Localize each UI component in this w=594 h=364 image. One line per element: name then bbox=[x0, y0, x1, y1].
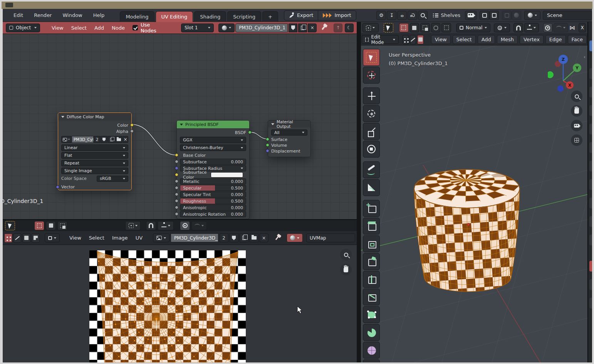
export-button[interactable]: Export bbox=[284, 11, 318, 20]
tool-poly-build[interactable] bbox=[363, 306, 380, 323]
bsdf-input-row[interactable]: Base Color bbox=[180, 152, 246, 158]
workspace-tab[interactable]: UV Editing bbox=[156, 11, 193, 22]
color-space-select[interactable]: sRGB bbox=[97, 176, 128, 182]
image-copy-button[interactable] bbox=[108, 136, 115, 143]
topbar-menu-item[interactable]: Render bbox=[29, 12, 57, 18]
principled-bsdf-node[interactable]: Principled BSDF BSDF GGX Christensen-Bur… bbox=[176, 120, 250, 219]
vp-snap-target-dropdown[interactable] bbox=[524, 23, 539, 32]
mode-dropdown[interactable]: Edit Mode bbox=[362, 35, 399, 44]
tool-select-box[interactable] bbox=[363, 49, 380, 66]
navigation-gizmo[interactable]: Z Y X bbox=[548, 51, 583, 94]
image-name-field[interactable]: PM3D_Cylin... bbox=[72, 136, 94, 143]
shader-menu-item[interactable]: View bbox=[48, 25, 67, 31]
transform-orientation-dropdown[interactable]: Normal bbox=[456, 23, 490, 32]
tool-move[interactable] bbox=[363, 87, 380, 104]
subsurface-color-swatch[interactable] bbox=[211, 172, 243, 178]
unlink-x-button[interactable]: × bbox=[308, 23, 317, 32]
tool-inset-faces[interactable] bbox=[363, 235, 380, 252]
python-swirl-icon[interactable]: Ꮝ bbox=[408, 11, 417, 20]
proportional-falloff-dropdown[interactable] bbox=[191, 221, 207, 230]
install-download-icon[interactable]: ↧ bbox=[387, 11, 396, 20]
fake-user-shield-button[interactable] bbox=[289, 23, 297, 32]
display-mode-icon-2[interactable] bbox=[489, 11, 499, 20]
bsdf-input-row[interactable]: Subsurface Color bbox=[180, 172, 246, 178]
properties-editor-edge[interactable] bbox=[587, 22, 592, 362]
tool-measure[interactable] bbox=[363, 179, 380, 196]
pivot-dropdown[interactable] bbox=[494, 23, 510, 32]
viewport-ortho-grid-gizmo[interactable] bbox=[571, 134, 582, 146]
use-nodes-toggle[interactable]: Use Nodes bbox=[133, 22, 164, 34]
uv-editor-canvas[interactable] bbox=[3, 245, 357, 362]
bsdf-input-socket[interactable] bbox=[175, 160, 178, 163]
editor-divider[interactable] bbox=[357, 22, 361, 362]
snapping-curve-icon[interactable]: ☾ bbox=[345, 23, 354, 32]
tool-edge-slide[interactable] bbox=[363, 359, 380, 362]
import-button[interactable]: Import bbox=[318, 11, 356, 20]
vp-falloff-dropdown[interactable] bbox=[554, 23, 568, 32]
viewport-menu-item[interactable]: Select bbox=[453, 35, 476, 44]
uv-menu-item[interactable]: View bbox=[65, 235, 85, 241]
bsdf-input-row[interactable]: Roughness 0.500 bbox=[180, 198, 246, 204]
mirror-icon[interactable]: ⋈ bbox=[569, 24, 575, 31]
tool-loop-cut[interactable] bbox=[363, 271, 380, 288]
workspace-tab[interactable]: + bbox=[262, 11, 278, 22]
uv-image-unlink-button[interactable]: × bbox=[260, 233, 268, 242]
uv-image-copy-button[interactable] bbox=[240, 233, 248, 242]
distribution-select[interactable]: GGX bbox=[180, 137, 246, 143]
bsdf-input-socket[interactable] bbox=[175, 212, 178, 216]
shader-menu-item[interactable]: Add bbox=[91, 25, 108, 31]
uv-active-tool-cursor[interactable] bbox=[5, 221, 15, 230]
snap-target-dropdown[interactable] bbox=[158, 221, 174, 230]
viewport-camera-gizmo[interactable] bbox=[571, 120, 582, 131]
use-nodes-checkbox[interactable] bbox=[133, 25, 138, 30]
uv-image-fake-user-shield[interactable] bbox=[230, 233, 238, 242]
uv-image-folder-button[interactable] bbox=[250, 233, 258, 242]
vp-select-mode-lasso[interactable] bbox=[431, 23, 441, 32]
bsdf-input-socket[interactable] bbox=[175, 166, 178, 170]
tool-smooth[interactable] bbox=[363, 342, 380, 359]
bsdf-input-row[interactable]: Anisotropic 0.000 bbox=[180, 205, 246, 211]
bsdf-input-socket[interactable] bbox=[175, 193, 178, 196]
material-output-node[interactable]: Material Output All Surface Volume bbox=[268, 120, 311, 157]
viewport-menu-item[interactable]: Vertex bbox=[520, 35, 544, 44]
mesh-select-edge[interactable] bbox=[410, 35, 416, 44]
uv-pin-icon[interactable] bbox=[275, 236, 279, 240]
workspace-tab[interactable]: Scripting bbox=[227, 11, 261, 22]
bsdf-node-header[interactable]: Principled BSDF bbox=[177, 121, 249, 128]
image-users-count[interactable]: 2 bbox=[94, 136, 100, 143]
pivot-point-dropdown[interactable] bbox=[125, 221, 141, 230]
viewport-close-x[interactable]: X bbox=[579, 23, 586, 32]
subsurface-method-select[interactable]: Christensen-Burley bbox=[180, 144, 246, 151]
shader-editor-canvas[interactable]: Diffuse Color Map Color Alpha PM3D_Cylin… bbox=[3, 34, 357, 219]
uv-map-field[interactable]: UVMap bbox=[306, 233, 355, 242]
search-icon[interactable] bbox=[418, 11, 428, 20]
image-node-select[interactable]: Flat bbox=[61, 152, 128, 159]
image-node-header[interactable]: Diffuse Color Map bbox=[58, 113, 131, 121]
properties-tab-material[interactable] bbox=[589, 261, 592, 272]
tool-cursor[interactable] bbox=[363, 67, 380, 84]
viewport-canvas[interactable]: User Perspective (0) PM3D_Cylinder3D_1 Z… bbox=[361, 45, 587, 362]
material-name-field[interactable]: PM3D_Cylinder3D_1 bbox=[235, 23, 288, 32]
snap-magnet-toggle[interactable] bbox=[146, 221, 156, 230]
shader-type-dropdown[interactable]: Object bbox=[6, 23, 40, 32]
uv-select-mode-tweak[interactable] bbox=[34, 221, 44, 230]
uv-image-name-field[interactable]: PM3D_Cylinder3D_1... bbox=[171, 233, 218, 242]
viewport-menu-item[interactable]: Mesh bbox=[497, 35, 518, 44]
image-open-folder-button[interactable] bbox=[115, 136, 122, 143]
vp-select-mode-tweak[interactable] bbox=[399, 23, 409, 32]
output-input-socket[interactable] bbox=[266, 138, 269, 141]
os-title-bar[interactable] bbox=[2, 2, 592, 9]
bsdf-input-row[interactable]: Subsurface 0.000 bbox=[180, 159, 246, 165]
axis-neg-y-ball[interactable] bbox=[548, 71, 554, 78]
uv-select-face[interactable] bbox=[22, 233, 30, 243]
uv-menu-item[interactable]: Select bbox=[85, 235, 108, 241]
uv-select-mode-circle[interactable] bbox=[57, 221, 67, 230]
viewport-zoom-gizmo[interactable] bbox=[571, 91, 582, 102]
properties-tab-active[interactable] bbox=[589, 40, 592, 51]
viewport-menu-item[interactable]: Add bbox=[478, 35, 495, 44]
uv-pan-hand-gizmo[interactable] bbox=[340, 264, 352, 275]
bsdf-input-row[interactable]: Anisotropic Rotation 0.000 bbox=[180, 211, 246, 217]
image-node-select[interactable]: Repeat bbox=[61, 160, 128, 166]
color-output-socket[interactable] bbox=[130, 123, 134, 127]
image-node-select[interactable]: Single Image bbox=[61, 168, 128, 174]
